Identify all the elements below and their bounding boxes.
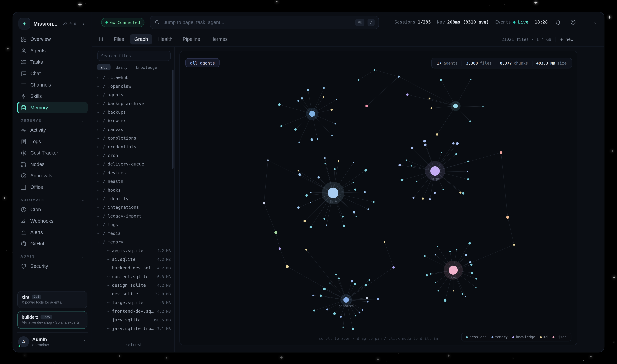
filter-knowledge[interactable]: knowledge [133, 64, 160, 70]
clock: 18:28 [535, 20, 548, 25]
folder-row[interactable]: ▸/.clawhub [97, 73, 171, 82]
file-row[interactable]: ~jarv.sqlite350.5 MB [97, 315, 171, 324]
folder-row[interactable]: ▸/legacy-import [97, 211, 171, 220]
sidebar-item-cron[interactable]: Cron [17, 204, 88, 215]
sidebar-item-office[interactable]: Office [17, 181, 88, 193]
path-slash: / [103, 110, 105, 115]
sidebar-collapse-icon[interactable]: ‹ [81, 20, 86, 27]
folder-row[interactable]: ▸/integrations [97, 203, 171, 211]
file-row[interactable]: ~dev.sqlite22.9 MB [97, 289, 171, 298]
file-bullet: ~ [107, 309, 110, 314]
toolbar-divider [555, 37, 556, 41]
tab-pipeline[interactable]: Pipeline [178, 34, 204, 44]
graph-hub-forge[interactable] [430, 166, 440, 176]
file-row[interactable]: ~backend-dev.sql…4.2 MB [97, 263, 171, 272]
sidebar-item-github[interactable]: GitHub [17, 238, 88, 249]
sidebar-item-channels[interactable]: Channels [17, 79, 88, 90]
global-search[interactable]: ⌘K / [150, 15, 379, 29]
file-row[interactable]: ~design.sqlite4.2 MB [97, 281, 171, 289]
chevron-down-icon[interactable]: ⌄ [81, 118, 84, 122]
tab-graph[interactable]: Graph [130, 34, 152, 44]
file-search[interactable] [97, 51, 171, 61]
user-menu[interactable]: A Admin openclaw ⌃ [17, 332, 88, 348]
section-title: AUTOMATE [20, 198, 44, 202]
sidebar-item-skills[interactable]: Skills [17, 91, 88, 102]
gateway-status-badge[interactable]: GW Connected [101, 17, 144, 27]
caret-right-icon: ▸ [97, 110, 100, 114]
folder-row[interactable]: ▾/memory [97, 238, 171, 246]
feedback-smiley-icon[interactable] [568, 17, 578, 27]
file-tree-scrollbar[interactable] [172, 70, 173, 169]
folder-row[interactable]: ▸/cron [97, 151, 171, 160]
file-row[interactable]: ~frontend-dev.sq…4.2 MB [97, 307, 171, 315]
folder-row[interactable]: ▸/delivery-queue [97, 160, 171, 168]
promo-card-title-row: builderz.dev [22, 315, 83, 320]
file-search-input[interactable] [101, 53, 167, 58]
file-row[interactable]: ~forge.sqlite43 MB [97, 298, 171, 307]
graph-hub-hubA[interactable] [309, 111, 315, 117]
section-title: OBSERVE [20, 118, 41, 122]
folder-row[interactable]: ▸/backups [97, 108, 171, 117]
sidebar-item-webhooks[interactable]: Webhooks [17, 215, 88, 226]
folder-row[interactable]: ▸/completions [97, 134, 171, 142]
stat-value: 17 [437, 61, 442, 65]
filter-daily[interactable]: daily [113, 64, 131, 70]
sidebar-item-nodes[interactable]: Nodes [17, 158, 88, 170]
right-panel-toggle-icon[interactable]: ‹ [593, 19, 598, 26]
folder-row[interactable]: ▸/health [97, 177, 171, 186]
filter-all[interactable]: all [97, 64, 111, 70]
graph-hub-dev[interactable] [449, 266, 458, 274]
chevron-down-icon[interactable]: ⌄ [81, 254, 84, 259]
graph-hub-jarv[interactable] [328, 188, 338, 198]
sidebar-item-activity[interactable]: Activity [17, 124, 88, 136]
search-input[interactable] [164, 19, 352, 25]
graph-stat-files: 3,380files [462, 61, 496, 65]
graph-hub-research[interactable] [343, 297, 349, 303]
tab-hermes[interactable]: Hermes [206, 34, 232, 44]
chevron-down-icon[interactable]: ⌄ [81, 198, 84, 202]
tab-files[interactable]: Files [109, 34, 129, 44]
agents-filter-badge[interactable]: all agents [185, 58, 220, 67]
file-row[interactable]: ~jarv.sqlite.tmp…7.1 MB [97, 324, 171, 333]
sidebar-item-alerts[interactable]: Alerts [17, 227, 88, 238]
file-row[interactable]: ~ai.sqlite4.2 MB [97, 255, 171, 263]
folder-row[interactable]: ▸/hooks [97, 186, 171, 194]
file-row[interactable]: ~content.sqlite6.3 MB [97, 272, 171, 281]
sidebar-item-cost-tracker[interactable]: Cost Tracker [17, 147, 88, 158]
promo-card-xint[interactable]: xintCLIX power tools for agents. [17, 291, 87, 309]
folder-row[interactable]: ▸/devices [97, 168, 171, 177]
caret-right-icon: ▸ [97, 162, 100, 166]
chevron-up-icon[interactable]: ⌃ [83, 339, 87, 344]
refresh-button[interactable]: refresh [97, 339, 171, 350]
folder-row[interactable]: ▸/agents [97, 91, 171, 99]
file-row[interactable]: ~aegis.sqlite4.2 MB [97, 246, 171, 255]
folder-row[interactable]: ▸/canvas [97, 125, 171, 134]
folder-row[interactable]: ▸/backup-archive [97, 99, 171, 108]
sidebar-item-tasks[interactable]: Tasks [17, 56, 88, 68]
folder-name: backup-archive [108, 101, 144, 106]
notifications-bell-icon[interactable] [553, 17, 563, 27]
folder-row[interactable]: ▸/browser [97, 117, 171, 125]
sidebar-item-approvals[interactable]: Approvals [17, 170, 88, 181]
file-name: aegis.sqlite [112, 248, 143, 253]
tab-health[interactable]: Health [154, 34, 177, 44]
new-file-button[interactable]: + new [560, 37, 573, 42]
folder-row[interactable]: ▸/credentials [97, 142, 171, 151]
sidebar-item-logs[interactable]: Logs [17, 136, 88, 147]
sidebar-item-agents[interactable]: Agents [17, 45, 88, 56]
folder-row[interactable]: ▸/logs [97, 220, 171, 229]
sidebar-item-chat[interactable]: Chat [17, 68, 88, 79]
sidebar-item-label: Cost Tracker [30, 150, 58, 156]
promo-card-builderz[interactable]: builderz.devAI-native dev shop · Solana … [17, 311, 87, 329]
legend-item-json: .json [552, 335, 567, 339]
folder-row[interactable]: ▸/media [97, 229, 171, 237]
sidebar-item-security[interactable]: Security [17, 260, 88, 272]
sidebar-item-memory[interactable]: Memory [17, 102, 88, 113]
columns-layout-icon[interactable] [98, 37, 104, 42]
sidebar-item-overview[interactable]: Overview [17, 33, 88, 45]
folder-row[interactable]: ▸/.openclaw [97, 82, 171, 90]
search-icon [154, 19, 161, 26]
graph-hub-hubB[interactable] [453, 104, 458, 108]
memory-graph-canvas[interactable]: jarvforgedevresearch [180, 51, 577, 345]
folder-row[interactable]: ▸/identity [97, 194, 171, 203]
